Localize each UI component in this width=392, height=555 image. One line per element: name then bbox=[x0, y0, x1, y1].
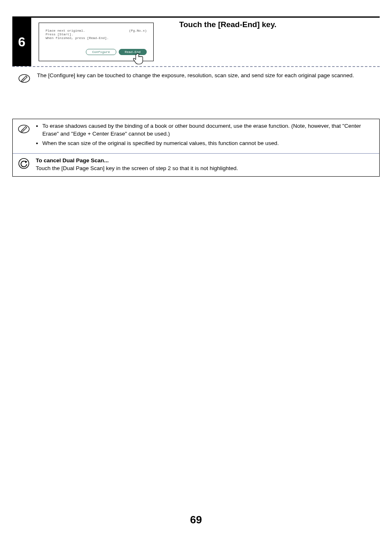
device-screen-mockup: Place next original. (Pg.No.x) Press [St… bbox=[39, 23, 154, 61]
hand-cursor-icon bbox=[133, 53, 143, 65]
screen-text-line3: When finished, press [Read-End]. bbox=[46, 36, 147, 40]
screen-text-line2: Press [Start]. bbox=[46, 32, 147, 36]
step-title: Touch the [Read-End] key. bbox=[179, 20, 376, 29]
pencil-note-icon bbox=[18, 123, 30, 135]
dashed-separator bbox=[12, 66, 380, 67]
notes-section-cancel: To cancel Dual Page Scan... Touch the [D… bbox=[13, 153, 379, 177]
step-screenshot-area: Place next original. (Pg.No.x) Press [St… bbox=[31, 18, 175, 66]
step-block-6: 6 Place next original. (Pg.No.x) Press [… bbox=[12, 16, 380, 66]
pencil-note-icon bbox=[18, 73, 30, 84]
step-number: 6 bbox=[12, 18, 31, 66]
cancel-title: To cancel Dual Page Scan... bbox=[36, 157, 374, 165]
configure-button[interactable]: Configure bbox=[86, 49, 116, 55]
note-bullet-1: To erase shadows caused by the binding o… bbox=[42, 122, 374, 138]
notes-section-tips: To erase shadows caused by the binding o… bbox=[13, 119, 379, 153]
notes-box: To erase shadows caused by the binding o… bbox=[12, 119, 380, 177]
undo-arrow-icon bbox=[18, 158, 30, 169]
screen-text-line1-left: Place next original. bbox=[46, 29, 85, 32]
screen-text-line1-right: (Pg.No.x) bbox=[129, 29, 147, 32]
step-hint-text: The [Configure] key can be touched to ch… bbox=[37, 72, 376, 84]
note-bullet-2: When the scan size of the original is sp… bbox=[42, 140, 374, 147]
step-hint-row: The [Configure] key can be touched to ch… bbox=[12, 69, 380, 90]
cancel-text: Touch the [Dual Page Scan] key in the sc… bbox=[36, 165, 374, 173]
svg-point-4 bbox=[18, 125, 29, 133]
page-number: 69 bbox=[12, 514, 380, 526]
step-instruction-area: Touch the [Read-End] key. bbox=[175, 18, 380, 66]
svg-point-0 bbox=[19, 74, 30, 82]
